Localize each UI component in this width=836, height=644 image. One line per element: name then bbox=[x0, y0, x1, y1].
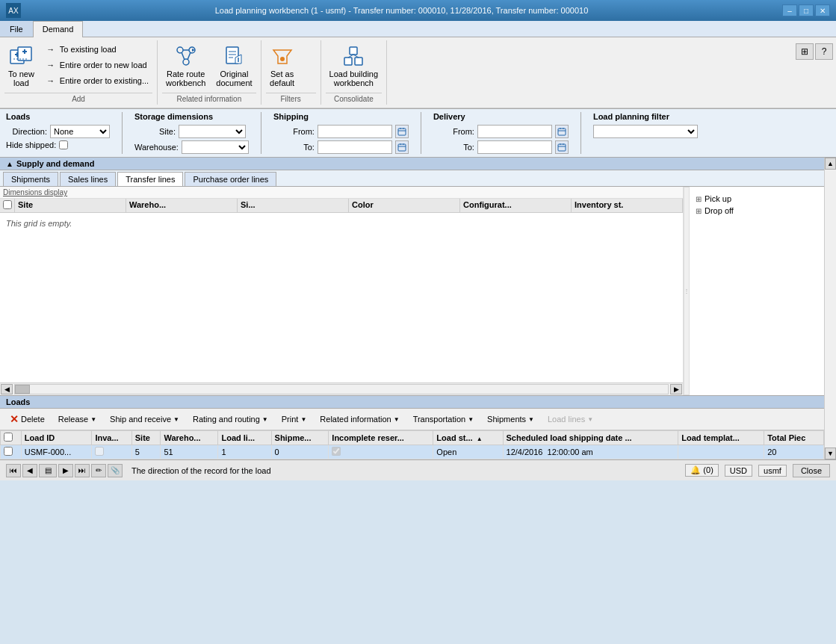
shipping-from-calendar-button[interactable] bbox=[395, 125, 409, 138]
minimize-button[interactable]: – bbox=[782, 4, 797, 16]
rate-route-workbench-button[interactable]: Rate routeworkbench bbox=[162, 42, 209, 90]
shipping-to-calendar-button[interactable] bbox=[395, 140, 409, 154]
col-inventory-status[interactable]: Inventory st. bbox=[572, 199, 683, 212]
horizontal-scrollbar[interactable]: ◀ ▶ bbox=[0, 383, 683, 395]
row-incomplete-reservation bbox=[329, 445, 433, 459]
layout-icon-button[interactable]: ⊞ bbox=[796, 43, 814, 60]
rating-routing-button[interactable]: Rating and routing ▼ bbox=[188, 412, 273, 426]
scroll-left-button[interactable]: ◀ bbox=[1, 384, 13, 394]
delivery-from-calendar-button[interactable] bbox=[555, 125, 569, 138]
loads-section-title: Loads bbox=[6, 397, 30, 406]
warehouse-select[interactable] bbox=[182, 140, 249, 154]
col-header-total-pieces[interactable]: Total Piec bbox=[764, 431, 824, 445]
col-header-load-status[interactable]: Load st... ▲ bbox=[433, 431, 503, 445]
dimensions-display-link[interactable]: Dimensions display bbox=[0, 187, 683, 199]
tab-file[interactable]: File bbox=[0, 21, 33, 37]
scroll-track[interactable] bbox=[14, 384, 669, 394]
pickup-expand[interactable]: ⊞ Pick up bbox=[696, 193, 818, 205]
scroll-up-button[interactable]: ▲ bbox=[825, 158, 836, 170]
set-default-button[interactable]: Set asdefault bbox=[266, 42, 299, 90]
resize-handle[interactable]: ⋮ bbox=[684, 187, 690, 395]
nav-attach-button[interactable]: 📎 bbox=[108, 464, 123, 477]
tab-shipments[interactable]: Shipments bbox=[3, 172, 58, 186]
col-header-load-id[interactable]: Load ID bbox=[21, 431, 92, 445]
to-existing-load-button[interactable]: → To existing load bbox=[41, 42, 152, 57]
ship-receive-button[interactable]: Ship and receive ▼ bbox=[105, 412, 185, 426]
col-header-load-lines[interactable]: Load li... bbox=[218, 431, 271, 445]
to-new-load-button[interactable]: To newload bbox=[4, 42, 38, 90]
maximize-button[interactable]: □ bbox=[799, 4, 814, 16]
entire-order-new-load-button[interactable]: → Entire order to new load bbox=[41, 58, 152, 72]
load-building-workbench-button[interactable]: Load buildingworkbench bbox=[326, 42, 382, 90]
scroll-right-button[interactable]: ▶ bbox=[670, 384, 682, 394]
load-planning-filter-select[interactable] bbox=[593, 125, 698, 138]
close-window-button[interactable]: ✕ bbox=[815, 4, 830, 16]
col-configuration[interactable]: Configurat... bbox=[460, 199, 572, 212]
supply-demand-header[interactable]: ▲ Supply and demand bbox=[0, 158, 824, 170]
original-document-button[interactable]: Originaldocument bbox=[212, 42, 256, 90]
col-header-scheduled-date[interactable]: Scheduled load shipping date ... bbox=[503, 431, 678, 445]
nav-grid-button[interactable]: ▤ bbox=[39, 464, 57, 477]
status-right: 🔔 (0) USD usmf Close bbox=[685, 464, 830, 477]
bell-badge[interactable]: 🔔 (0) bbox=[685, 464, 719, 477]
site-select[interactable] bbox=[179, 125, 246, 138]
delivery-from-input[interactable] bbox=[477, 125, 552, 138]
shipping-filter-title: Shipping bbox=[273, 112, 409, 121]
svg-rect-25 bbox=[398, 144, 406, 151]
help-icon-button[interactable]: ? bbox=[815, 43, 833, 60]
delivery-to-input[interactable] bbox=[477, 140, 552, 154]
col-header-shipments[interactable]: Shipme... bbox=[271, 431, 329, 445]
loads-filter-title: Loads bbox=[6, 112, 110, 121]
tab-transfer-lines[interactable]: Transfer lines bbox=[117, 172, 183, 186]
loads-select-all[interactable] bbox=[4, 433, 13, 442]
svg-rect-21 bbox=[398, 129, 406, 135]
row-checkbox[interactable] bbox=[1, 445, 22, 459]
transportation-button[interactable]: Transportation ▼ bbox=[408, 412, 479, 426]
ship-receive-label: Ship and receive bbox=[110, 415, 171, 424]
col-header-site[interactable]: Site bbox=[131, 431, 161, 445]
nav-prev-button[interactable]: ◀ bbox=[22, 464, 37, 477]
delete-button[interactable]: ✕ Delete bbox=[4, 411, 50, 427]
nav-edit-button[interactable]: ✏ bbox=[91, 464, 106, 477]
loads-toolbar: ✕ Delete Release ▼ Ship and receive ▼ Ra… bbox=[0, 409, 824, 430]
col-si[interactable]: Si... bbox=[238, 199, 349, 212]
scroll-down-button[interactable]: ▼ bbox=[825, 448, 836, 459]
col-header-load-template[interactable]: Load templat... bbox=[678, 431, 764, 445]
related-info-dropdown-icon: ▼ bbox=[394, 416, 400, 423]
col-header-warehouse[interactable]: Wareho... bbox=[161, 431, 218, 445]
scroll-thumb[interactable] bbox=[825, 170, 836, 448]
grid-select-all[interactable] bbox=[3, 200, 12, 209]
direction-select[interactable]: None bbox=[50, 125, 110, 138]
col-warehouse[interactable]: Wareho... bbox=[126, 199, 238, 212]
delivery-to-calendar-button[interactable] bbox=[555, 140, 569, 154]
set-default-label: Set asdefault bbox=[270, 69, 294, 87]
col-header-invalid[interactable]: Inva... bbox=[92, 431, 131, 445]
hide-shipped-checkbox[interactable] bbox=[59, 140, 68, 149]
shipping-to-input[interactable] bbox=[318, 140, 392, 154]
tab-purchase-order-lines[interactable]: Purchase order lines bbox=[185, 172, 276, 186]
col-site[interactable]: Site bbox=[15, 199, 126, 212]
col-color[interactable]: Color bbox=[349, 199, 460, 212]
shipping-from-input[interactable] bbox=[318, 125, 392, 138]
shipments-button[interactable]: Shipments ▼ bbox=[482, 412, 539, 426]
close-button[interactable]: Close bbox=[793, 464, 830, 477]
ship-receive-dropdown-icon: ▼ bbox=[173, 416, 179, 423]
svg-rect-16 bbox=[344, 58, 352, 65]
print-button[interactable]: Print ▼ bbox=[276, 412, 312, 426]
row-load-lines: 1 bbox=[218, 445, 271, 459]
nav-first-button[interactable]: ⏮ bbox=[6, 464, 21, 477]
nav-last-button[interactable]: ⏭ bbox=[75, 464, 90, 477]
site-label: Site: bbox=[134, 127, 176, 136]
col-header-incomplete-reservation[interactable]: Incomplete reser... bbox=[329, 431, 433, 445]
load-building-label: Load buildingworkbench bbox=[329, 69, 378, 87]
title-bar: AX Load planning workbench (1 - usmf) - … bbox=[0, 0, 836, 21]
tab-demand[interactable]: Demand bbox=[33, 21, 84, 37]
tab-sales-lines[interactable]: Sales lines bbox=[60, 172, 116, 186]
vertical-scrollbar[interactable]: ▲ ▼ bbox=[824, 158, 836, 459]
nav-next-button[interactable]: ▶ bbox=[58, 464, 73, 477]
entire-order-existing-button[interactable]: → Entire order to existing... bbox=[41, 73, 152, 88]
related-info-button[interactable]: Related information ▼ bbox=[315, 412, 404, 426]
release-button[interactable]: Release ▼ bbox=[53, 412, 102, 426]
table-row[interactable]: USMF-000... 5 51 1 0 Open 12/4/2016 12:0… bbox=[1, 445, 824, 459]
dropoff-expand[interactable]: ⊞ Drop off bbox=[696, 205, 818, 217]
